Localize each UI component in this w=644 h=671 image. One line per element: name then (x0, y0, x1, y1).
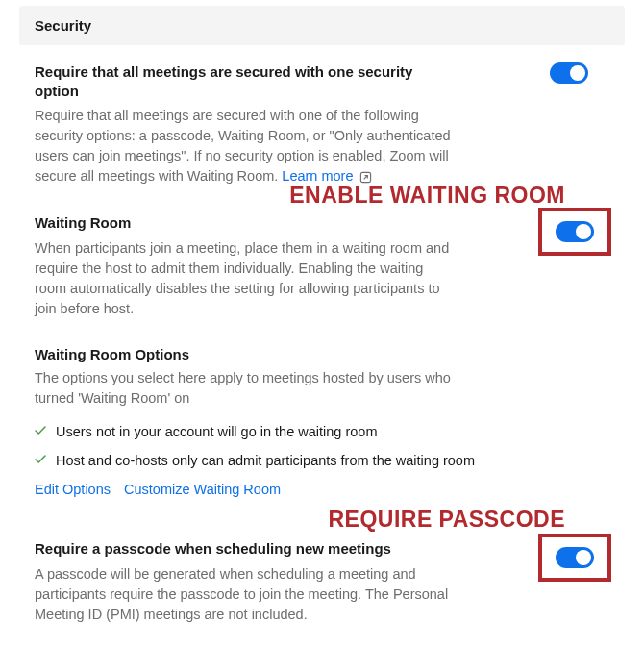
section-title: Security (35, 17, 91, 34)
customize-waiting-room-link[interactable]: Customize Waiting Room (124, 482, 281, 497)
settings-body: Require that all meetings are secured wi… (0, 62, 644, 671)
setting-title: Waiting Room (35, 213, 458, 233)
toggle-require-passcode[interactable] (556, 547, 594, 568)
highlight-box-passcode (538, 534, 611, 582)
setting-title: Waiting Room Options (35, 346, 458, 362)
annotation-waiting-room: ENABLE WAITING ROOM (289, 183, 565, 209)
section-header-security: Security (19, 6, 625, 45)
external-link-icon (359, 171, 372, 184)
option-text: Users not in your account will go in the… (56, 422, 377, 441)
setting-title: Require that all meetings are secured wi… (35, 62, 458, 100)
waiting-room-option-list: Users not in your account will go in the… (35, 422, 615, 471)
setting-require-passcode: REQUIRE PASSCODE Require a passcode when… (35, 539, 615, 625)
setting-waiting-room-options: Waiting Room Options The options you sel… (35, 346, 615, 498)
option-text: Host and co-hosts only can admit partici… (56, 451, 475, 470)
setting-desc: Require that all meetings are secured wi… (35, 106, 458, 186)
setting-desc: When participants join a meeting, place … (35, 238, 458, 319)
check-icon (35, 454, 48, 467)
toggle-require-security[interactable] (550, 62, 588, 84)
learn-more-link[interactable]: Learn more (282, 168, 353, 184)
toggle-waiting-room[interactable] (556, 221, 594, 242)
desc-text: Require that all meetings are secured wi… (35, 108, 451, 184)
list-item: Host and co-hosts only can admit partici… (35, 451, 615, 470)
annotation-passcode: REQUIRE PASSCODE (328, 507, 565, 533)
waiting-room-action-links: Edit Options Customize Waiting Room (35, 482, 615, 497)
setting-title: Require a passcode when scheduling new m… (35, 539, 458, 559)
setting-desc: A passcode will be generated when schedu… (35, 564, 458, 625)
highlight-box-waiting-room (538, 208, 611, 256)
list-item: Users not in your account will go in the… (35, 422, 615, 441)
setting-desc: The options you select here apply to mee… (35, 368, 458, 409)
edit-options-link[interactable]: Edit Options (35, 482, 111, 497)
setting-require-security: Require that all meetings are secured wi… (35, 62, 615, 186)
check-icon (35, 425, 48, 438)
setting-waiting-room: ENABLE WAITING ROOM Waiting Room When pa… (35, 213, 615, 319)
